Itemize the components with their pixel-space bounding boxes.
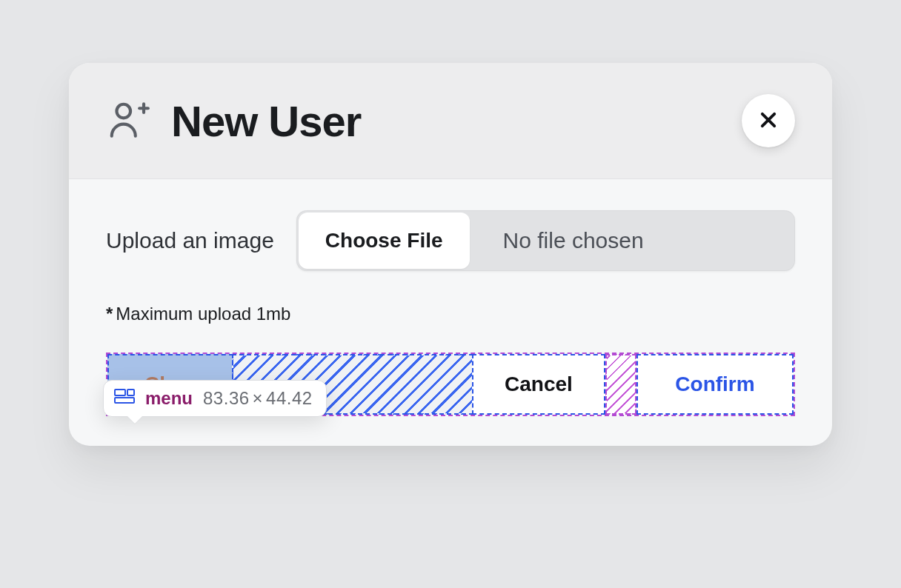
- svg-rect-6: [127, 390, 134, 395]
- choose-file-button[interactable]: Choose File: [299, 213, 470, 269]
- close-button[interactable]: [742, 94, 795, 147]
- inspector-tag-name: menu: [145, 388, 193, 409]
- user-plus-icon: [106, 98, 152, 144]
- devtools-inspector-tooltip: menu 83.36×44.42: [103, 380, 327, 417]
- svg-point-0: [116, 104, 130, 118]
- svg-rect-7: [115, 398, 134, 403]
- dialog-body: Upload an image Choose File No file chos…: [69, 179, 832, 330]
- cancel-button[interactable]: Cancel: [472, 354, 605, 415]
- upload-row: Upload an image Choose File No file chos…: [106, 210, 795, 271]
- upload-hint: *Maximum upload 1mb: [106, 304, 795, 324]
- upload-label: Upload an image: [106, 228, 274, 253]
- file-status-text: No file chosen: [472, 210, 795, 271]
- new-user-dialog: New User Upload an image Choose File No …: [69, 63, 832, 446]
- dialog-header: New User: [69, 63, 832, 179]
- flex-icon: [114, 388, 135, 409]
- inspector-dimensions: 83.36×44.42: [203, 388, 313, 409]
- file-input[interactable]: Choose File No file chosen: [296, 210, 795, 271]
- confirm-button[interactable]: Confirm: [636, 354, 794, 415]
- hint-asterisk: *: [106, 304, 113, 324]
- dialog-title: New User: [171, 96, 361, 146]
- close-icon: [758, 110, 779, 133]
- hint-text: Maximum upload 1mb: [116, 304, 290, 324]
- svg-rect-5: [115, 390, 125, 395]
- flex-gap: [605, 354, 636, 415]
